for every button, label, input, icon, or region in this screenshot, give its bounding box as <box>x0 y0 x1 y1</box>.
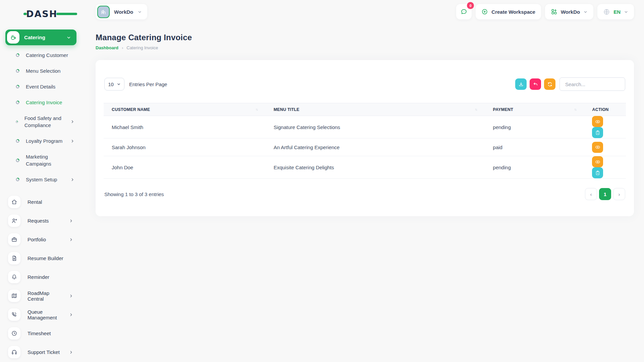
sidebar-item-label: Loyalty Program <box>26 137 62 144</box>
cell-actions: $ <box>584 156 626 179</box>
cell-actions: $ <box>584 116 626 138</box>
payment-invoice-button[interactable]: $ <box>592 167 603 178</box>
sidebar-item-marketing-campaigns[interactable]: Marketing Campaigns <box>5 149 76 172</box>
sidebar-item-reminder[interactable]: Reminder <box>8 271 73 283</box>
invoice-table-card: 10 Entries Per Page <box>96 60 634 216</box>
language-code: EN <box>613 9 621 15</box>
breadcrumb-dashboard-link[interactable]: Dashboard <box>96 45 118 50</box>
sidebar-item-label: Queue Management <box>28 309 62 320</box>
sidebar-menu: Catering Catering Customer Menu Selectio… <box>0 29 81 362</box>
invoice-clipboard-icon: $ <box>595 170 600 176</box>
breadcrumb: Dashboard › Catering Invoice <box>96 45 634 50</box>
chevron-down-icon <box>117 82 121 86</box>
coffee-cup-icon <box>7 31 19 44</box>
sidebar-item-event-details[interactable]: Event Details <box>5 79 76 95</box>
entries-per-page-label: Entries Per Page <box>129 81 167 87</box>
cell-customer-name: John Doe <box>104 156 266 179</box>
bell-icon <box>8 271 20 283</box>
column-header-action: ACTION <box>584 103 626 116</box>
language-selector[interactable]: EN <box>597 4 634 19</box>
column-label: PAYMENT <box>493 107 513 112</box>
entries-per-page-value: 10 <box>108 81 114 87</box>
undo-button[interactable] <box>530 78 541 90</box>
cell-payment-status: pending <box>485 116 584 138</box>
sort-icon[interactable]: ↑↓ <box>475 108 477 111</box>
sidebar-item-catering-invoice[interactable]: Catering Invoice <box>5 95 76 110</box>
pagination-page-1-button[interactable]: 1 <box>599 188 611 200</box>
sidebar: DASH Catering <box>0 0 81 362</box>
sidebar-item-loyalty-program[interactable]: Loyalty Program <box>5 133 76 149</box>
sidebar-item-label: Reminder <box>28 274 49 280</box>
sidebar-item-menu-selection[interactable]: Menu Selection <box>5 63 76 79</box>
sidebar-item-system-setup[interactable]: System Setup <box>5 172 76 187</box>
briefcase-icon <box>8 233 20 246</box>
sidebar-item-label: Support Ticket <box>28 349 60 355</box>
document-icon <box>8 252 20 264</box>
pagination-prev-button[interactable]: ‹ <box>585 188 597 200</box>
sidebar-item-queue-management[interactable]: Queue Management <box>8 308 73 321</box>
sidebar-item-requests[interactable]: Requests <box>8 215 73 227</box>
entries-per-page-select[interactable]: 10 <box>104 78 124 90</box>
sidebar-item-roadmap-central[interactable]: RoadMap Central <box>8 290 73 302</box>
invoice-clipboard-icon: $ <box>595 130 600 135</box>
chevron-down-icon <box>624 10 628 14</box>
view-invoice-button[interactable] <box>592 116 603 127</box>
sidebar-group-catering[interactable]: Catering <box>5 29 76 45</box>
download-icon <box>518 81 524 87</box>
breadcrumb-current: Catering Invoice <box>126 45 158 50</box>
view-invoice-button[interactable] <box>592 142 603 153</box>
sidebar-item-timesheet[interactable]: Timesheet <box>8 327 73 340</box>
bullet-icon <box>16 101 19 104</box>
table-controls: 10 Entries Per Page <box>104 77 626 91</box>
chevron-right-icon <box>69 350 73 354</box>
sidebar-item-catering-customer[interactable]: Catering Customer <box>5 47 76 63</box>
eye-icon <box>595 119 601 125</box>
sidebar-item-label: Catering Invoice <box>26 99 62 106</box>
search-input[interactable] <box>559 77 625 91</box>
sidebar-item-food-safety[interactable]: Food Safety and Compliance <box>5 110 76 133</box>
messages-count-badge: 0 <box>467 2 474 9</box>
sidebar-item-resume-builder[interactable]: Resume Builder <box>8 252 73 264</box>
phone-call-icon <box>8 308 20 321</box>
sort-icon[interactable]: ↑↓ <box>256 108 258 111</box>
chevron-right-icon <box>70 139 74 143</box>
sidebar-item-label: Timesheet <box>28 330 51 336</box>
view-invoice-button[interactable] <box>592 156 603 167</box>
workspace-selector[interactable]: WorkDo <box>96 4 147 19</box>
map-icon <box>8 290 20 302</box>
chevron-right-icon <box>70 120 74 124</box>
workspace-menu-button[interactable]: WorkDo <box>545 4 593 19</box>
column-header-customer-name: CUSTOMER NAME ↑↓ <box>104 103 266 116</box>
main-content: WorkDo 0 Create Workspace <box>81 0 644 362</box>
sidebar-item-label: RoadMap Central <box>28 290 62 302</box>
pagination-next-button[interactable]: › <box>613 188 625 200</box>
sidebar-item-label: Food Safety and Compliance <box>24 115 64 129</box>
create-workspace-button[interactable]: Create Workspace <box>476 4 541 19</box>
sidebar-item-label: Marketing Campaigns <box>26 153 69 167</box>
sidebar-item-portfolio[interactable]: Portfolio <box>8 233 73 246</box>
sidebar-item-support-ticket[interactable]: Support Ticket <box>8 346 73 358</box>
sidebar-item-label: Resume Builder <box>28 255 63 261</box>
export-button[interactable] <box>515 78 527 90</box>
column-label: ACTION <box>592 107 608 112</box>
table-row: Michael Smith Signature Catering Selecti… <box>104 116 626 138</box>
sidebar-item-label: Portfolio <box>28 237 46 242</box>
topbar-right: 0 Create Workspace WorkDo <box>456 4 634 19</box>
page-title: Manage Catering Invoice <box>96 33 634 42</box>
sort-icon[interactable]: ↑↓ <box>574 108 576 111</box>
sidebar-item-rental[interactable]: Rental <box>8 196 73 208</box>
grid-plus-icon <box>551 8 557 15</box>
table-footer: Showing 1 to 3 of 3 entries ‹ 1 › <box>104 188 626 200</box>
app-root: DASH Catering <box>0 0 644 362</box>
payment-invoice-button[interactable]: $ <box>592 127 603 138</box>
messages-button[interactable]: 0 <box>456 4 472 19</box>
table-header-row: CUSTOMER NAME ↑↓ MENU TITLE ↑↓ <box>104 103 626 116</box>
cell-actions <box>584 138 626 156</box>
clock-icon <box>8 327 20 340</box>
cell-menu-title: Exquisite Catering Delights <box>266 156 485 179</box>
refresh-button[interactable] <box>544 78 555 90</box>
chevron-down-icon <box>138 10 142 14</box>
globe-icon <box>603 8 610 15</box>
cell-customer-name: Michael Smith <box>104 116 266 138</box>
eye-icon <box>595 144 601 150</box>
